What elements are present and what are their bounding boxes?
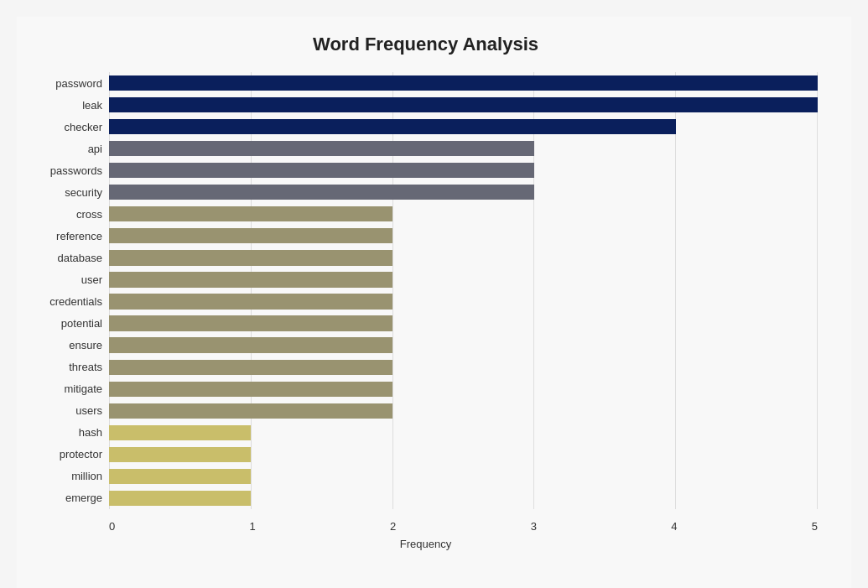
chart-area: passwordleakcheckerapipasswordssecurityc… [34, 72, 818, 534]
x-labels: 012345 [109, 520, 818, 534]
y-label-threats: threats [69, 362, 102, 372]
y-label-ensure: ensure [69, 340, 102, 351]
bar-threats [109, 360, 392, 375]
x-axis: 012345 [109, 509, 818, 534]
bar-row [109, 466, 818, 487]
bar-row [109, 335, 818, 356]
chart-title: Word Frequency Analysis [34, 34, 818, 55]
bar-hash [109, 425, 251, 440]
bar-user [109, 272, 392, 287]
chart-container: Word Frequency Analysis passwordleakchec… [17, 17, 851, 588]
bars-inner [109, 72, 818, 509]
bar-row [109, 181, 818, 203]
bar-leak [109, 97, 818, 112]
bar-protector [109, 447, 251, 462]
y-label-api: api [88, 143, 102, 154]
bar-row [109, 247, 818, 268]
y-labels: passwordleakcheckerapipasswordssecurityc… [34, 72, 109, 534]
bar-database [109, 250, 392, 265]
bar-password [109, 75, 818, 91]
y-label-leak: leak [82, 100, 102, 111]
bar-row [109, 268, 818, 290]
y-label-protector: protector [60, 449, 102, 460]
bar-reference [109, 228, 392, 243]
bar-checker [109, 119, 676, 134]
bar-row [109, 290, 818, 312]
y-label-credentials: credentials [49, 296, 102, 307]
bar-users [109, 403, 392, 419]
x-tick-2: 2 [390, 520, 396, 533]
bar-potential [109, 315, 392, 330]
bar-row [109, 203, 818, 225]
bar-row [109, 94, 818, 116]
bar-row [109, 138, 818, 159]
y-label-user: user [81, 274, 102, 285]
bar-row [109, 422, 818, 444]
bar-million [109, 469, 251, 484]
bar-row [109, 116, 818, 138]
y-label-potential: potential [61, 318, 102, 329]
y-label-checker: checker [64, 122, 102, 133]
x-axis-title: Frequency [34, 538, 818, 550]
bar-row [109, 356, 818, 378]
bar-row [109, 313, 818, 335]
x-tick-4: 4 [671, 520, 677, 533]
bar-row [109, 378, 818, 400]
y-label-mitigate: mitigate [64, 383, 102, 394]
bar-api [109, 141, 534, 156]
bar-row [109, 72, 818, 94]
bar-credentials [109, 294, 392, 309]
bar-cross [109, 206, 392, 221]
x-tick-3: 3 [531, 520, 537, 533]
x-tick-5: 5 [812, 520, 818, 533]
bar-row [109, 400, 818, 422]
y-label-emerge: emerge [65, 492, 102, 503]
y-label-database: database [58, 252, 103, 263]
bar-ensure [109, 337, 392, 352]
bar-security [109, 185, 534, 200]
y-label-passwords: passwords [50, 165, 102, 176]
bar-row [109, 444, 818, 466]
x-tick-1: 1 [250, 520, 256, 533]
y-label-reference: reference [56, 231, 102, 242]
bar-row [109, 487, 818, 509]
bar-row [109, 159, 818, 181]
y-label-million: million [71, 471, 102, 481]
y-label-password: password [55, 78, 102, 89]
bars-area: 012345 [109, 72, 818, 534]
bar-emerge [109, 491, 251, 506]
x-tick-0: 0 [109, 520, 115, 533]
y-label-cross: cross [76, 209, 102, 220]
bar-passwords [109, 163, 534, 178]
bar-row [109, 225, 818, 247]
y-label-users: users [75, 405, 102, 416]
y-label-security: security [65, 187, 102, 198]
bar-mitigate [109, 382, 392, 397]
y-label-hash: hash [79, 427, 102, 438]
